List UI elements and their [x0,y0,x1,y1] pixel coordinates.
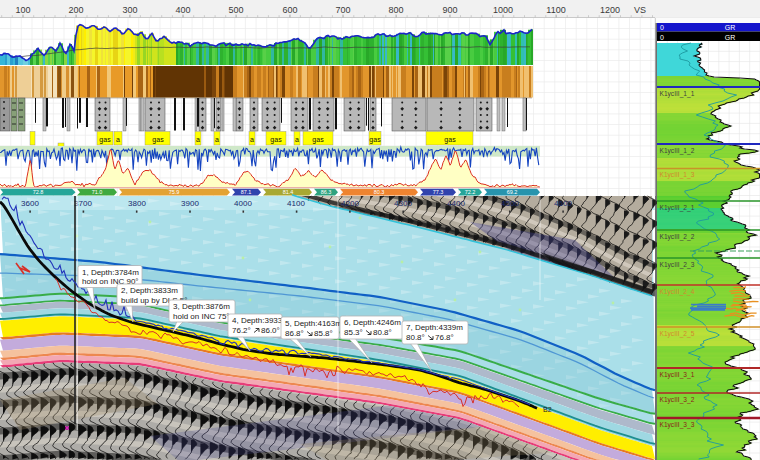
svg-text:a: a [196,136,200,143]
svg-text:gas: gas [369,136,381,144]
svg-text:a: a [295,136,299,143]
svg-text:1, Depth:3784m: 1, Depth:3784m [82,268,139,277]
svg-text:1000: 1000 [493,5,513,15]
svg-text:K1ycIII_2_1: K1ycIII_2_1 [660,204,695,212]
svg-text:a: a [215,136,219,143]
svg-text:3600: 3600 [21,199,39,208]
svg-text:86.3: 86.3 [321,189,332,195]
svg-text:gas: gas [99,136,111,144]
svg-text:600: 600 [282,5,297,15]
svg-text:4300: 4300 [394,199,412,208]
svg-text:4, Depth:3933: 4, Depth:3933 [232,316,283,325]
svg-text:3900: 3900 [181,199,199,208]
svg-text:81.4: 81.4 [283,189,294,195]
svg-text:77.3: 77.3 [433,189,444,195]
svg-text:3800: 3800 [128,199,146,208]
svg-text:K1ycIII_1_2: K1ycIII_1_2 [660,147,695,155]
svg-text:85.8°: 85.8° [314,329,333,338]
svg-text:80.8°: 80.8° [406,333,425,342]
svg-text:GR: GR [725,24,736,31]
svg-text:K1ycIII_1_1: K1ycIII_1_1 [660,90,695,98]
svg-text:a: a [116,136,120,143]
svg-text:80.3: 80.3 [374,189,385,195]
svg-text:K1ycIII_3_2: K1ycIII_3_2 [660,396,695,404]
svg-text:85.3°: 85.3° [344,328,363,337]
svg-text:4000: 4000 [234,199,252,208]
svg-text:71.0: 71.0 [92,189,103,195]
svg-text:GR: GR [725,34,736,41]
svg-text:0: 0 [660,24,664,31]
svg-text:3, Depth:3876m: 3, Depth:3876m [173,302,230,311]
svg-text:1200: 1200 [600,5,620,15]
svg-text:6, Depth:4246m: 6, Depth:4246m [344,318,401,327]
svg-text:K1ycIII_3_1: K1ycIII_3_1 [660,371,695,379]
svg-text:gas: gas [270,136,282,144]
svg-text:K1ycIII_2_2: K1ycIII_2_2 [660,233,695,241]
svg-text:VS: VS [634,5,646,15]
svg-text:gas: gas [152,136,164,144]
svg-text:700: 700 [335,5,350,15]
svg-text:100: 100 [15,5,30,15]
svg-text:4600: 4600 [554,199,572,208]
svg-text:5, Depth:4163m: 5, Depth:4163m [285,319,342,328]
svg-text:4100: 4100 [287,199,305,208]
svg-text:K1ycIII_3_3: K1ycIII_3_3 [660,421,695,429]
svg-text:500: 500 [228,5,243,15]
svg-text:300: 300 [122,5,137,15]
svg-text:hold on INC 75°: hold on INC 75° [173,312,230,321]
svg-text:900: 900 [442,5,457,15]
svg-text:7, Depth:4339m: 7, Depth:4339m [406,323,463,332]
svg-text:76.2°: 76.2° [232,326,251,335]
svg-text:200: 200 [68,5,83,15]
svg-text:86.0°: 86.0° [261,326,280,335]
svg-text:gas: gas [444,136,456,144]
svg-text:69.2: 69.2 [507,189,518,195]
svg-text:2, Depth:3833m: 2, Depth:3833m [121,286,178,295]
svg-text:800: 800 [388,5,403,15]
svg-text:K1ycIII_2_5: K1ycIII_2_5 [660,330,695,338]
svg-text:K1ycIII_1_3: K1ycIII_1_3 [660,171,695,179]
svg-text:1100: 1100 [546,5,565,15]
svg-text:4200: 4200 [341,199,359,208]
svg-text:a: a [250,136,254,143]
svg-text:gas: gas [312,136,324,144]
svg-text:76.8°: 76.8° [435,333,454,342]
svg-text:87.1: 87.1 [241,189,252,195]
svg-text:4400: 4400 [447,199,465,208]
svg-text:4500: 4500 [501,199,519,208]
svg-text:72.8: 72.8 [33,189,44,195]
svg-text:80.8°: 80.8° [373,328,392,337]
svg-text:K1ycIII_2_4: K1ycIII_2_4 [660,288,695,296]
svg-text:K1ycIII_2_3: K1ycIII_2_3 [660,261,695,269]
svg-text:0: 0 [660,34,664,41]
svg-text:72.2: 72.2 [465,189,476,195]
svg-text:75.9: 75.9 [169,189,180,195]
svg-text:400: 400 [175,5,190,15]
svg-text:86.8°: 86.8° [285,329,304,338]
svg-text:B2: B2 [543,406,552,413]
